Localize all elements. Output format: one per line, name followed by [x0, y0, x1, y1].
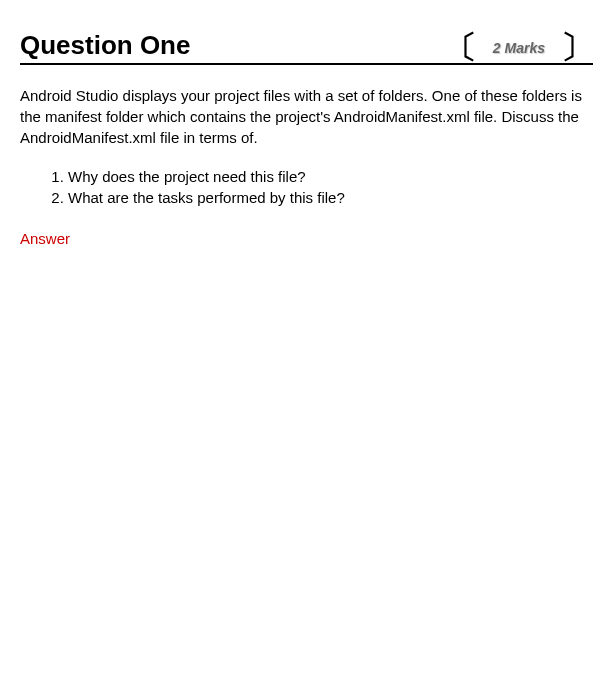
question-intro: Android Studio displays your project fil…	[20, 85, 593, 148]
bracket-right-icon: 〕	[561, 35, 593, 61]
answer-label: Answer	[20, 230, 593, 247]
bracket-left-icon: 〔	[445, 35, 477, 61]
marks-box: 〔 2 Marks 〕	[445, 35, 593, 61]
question-title: Question One	[20, 30, 190, 61]
marks-text: 2 Marks	[481, 40, 557, 56]
list-item: Why does the project need this file?	[68, 166, 593, 187]
question-header: Question One 〔 2 Marks 〕	[20, 30, 593, 65]
question-list: Why does the project need this file? Wha…	[20, 166, 593, 208]
list-item: What are the tasks performed by this fil…	[68, 187, 593, 208]
